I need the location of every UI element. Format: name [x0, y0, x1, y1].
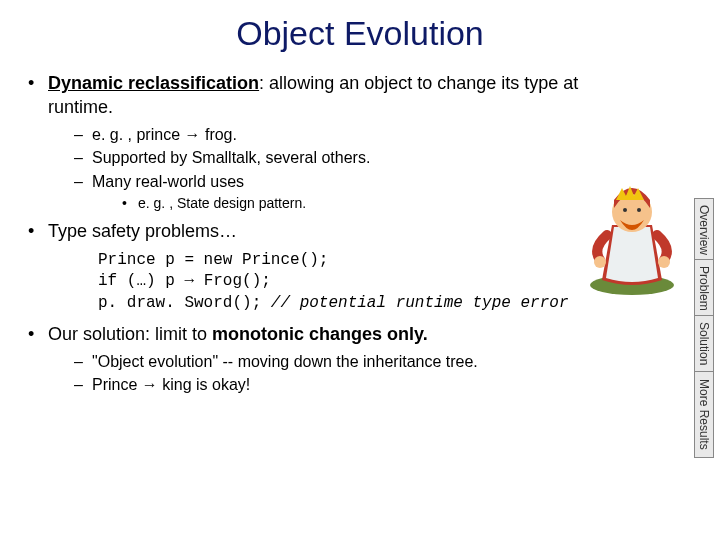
- arrow-icon: →: [185, 126, 201, 143]
- code-line-3: p. draw. Sword(); // potential runtime t…: [98, 293, 622, 315]
- text: Many real-world uses: [92, 173, 244, 190]
- term-dynamic-reclassification: Dynamic reclassification: [48, 73, 259, 93]
- sub-real-world: Many real-world uses e. g. , State desig…: [74, 171, 622, 213]
- slide-title: Object Evolution: [0, 14, 720, 53]
- tab-more-results[interactable]: More Results: [694, 372, 714, 458]
- slide-body: Dynamic reclassification: allowing an ob…: [0, 71, 640, 396]
- sub-object-evolution-def: "Object evolution" -- moving down the in…: [74, 351, 622, 373]
- term-monotonic: monotonic changes only.: [212, 324, 428, 344]
- arrow-icon: →: [184, 272, 194, 290]
- text: if (…) p: [98, 272, 184, 290]
- text: p. draw. Sword();: [98, 294, 271, 312]
- bullet-our-solution: Our solution: limit to monotonic changes…: [28, 322, 622, 395]
- side-tabs: Overview Problem Solution More Results: [694, 198, 716, 458]
- svg-point-5: [658, 256, 670, 268]
- text: Prince: [92, 376, 142, 393]
- code-line-2: if (…) p → Frog();: [98, 271, 622, 293]
- text: e. g. , prince: [92, 126, 185, 143]
- text: frog.: [201, 126, 237, 143]
- bullet-dynamic-reclassification: Dynamic reclassification: allowing an ob…: [28, 71, 622, 213]
- text: king is okay!: [158, 376, 250, 393]
- text: Our solution: limit to: [48, 324, 212, 344]
- sub-example-frog: e. g. , prince → frog.: [74, 124, 622, 146]
- arrow-icon: →: [142, 376, 158, 393]
- sub-smalltalk: Supported by Smalltalk, several others.: [74, 147, 622, 169]
- tab-overview[interactable]: Overview: [694, 198, 714, 260]
- bullet-type-safety: Type safety problems…: [28, 219, 622, 243]
- sub-prince-king: Prince → king is okay!: [74, 374, 622, 396]
- tab-solution[interactable]: Solution: [694, 316, 714, 372]
- text: Frog();: [194, 272, 271, 290]
- code-sample: Prince p = new Prince(); if (…) p → Frog…: [98, 250, 622, 315]
- subsub-state-pattern: e. g. , State design pattern.: [122, 194, 622, 213]
- tab-problem[interactable]: Problem: [694, 260, 714, 316]
- code-comment: // potential runtime type error: [271, 294, 569, 312]
- code-line-1: Prince p = new Prince();: [98, 250, 622, 272]
